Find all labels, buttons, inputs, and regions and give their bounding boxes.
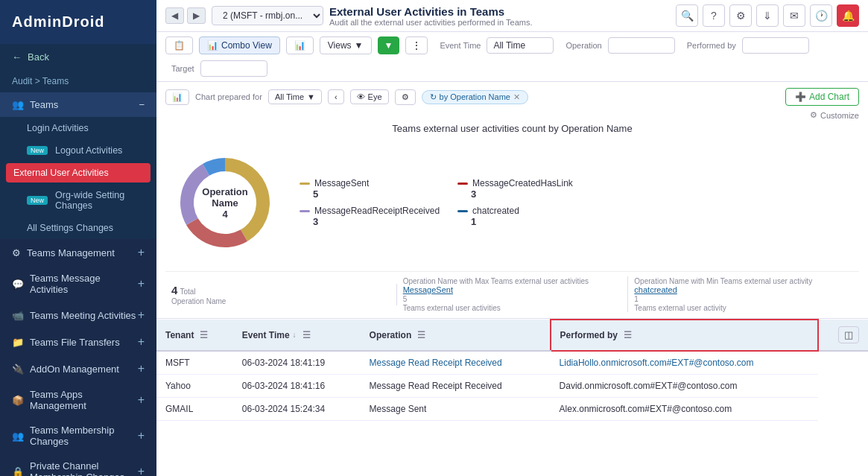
sidebar-item-private[interactable]: 🔒Private Channel Membership Changes+ xyxy=(0,454,156,476)
sub-item-label: External User Activities xyxy=(13,168,109,178)
help-btn[interactable]: ? xyxy=(703,4,725,27)
search-btn[interactable]: 🔍 xyxy=(676,4,698,27)
sort-icon-eventtime[interactable]: ↓ xyxy=(293,331,297,339)
sidebar-sub-item-login[interactable]: Login Activities xyxy=(0,117,156,139)
col-menu-performedby[interactable]: ☰ xyxy=(624,330,632,340)
col-eventtime: Event Time↓☰ xyxy=(233,320,361,351)
views-btn[interactable]: Views ▼ xyxy=(320,37,372,54)
sidebar-sub-item-logout[interactable]: NewLogout Activities xyxy=(0,139,156,162)
legend-name: MessageReadReceiptReceived xyxy=(314,206,440,216)
membership-label: Teams Membership Changes xyxy=(30,425,138,447)
legend-item-MessageSent: MessageSent5 xyxy=(300,178,440,200)
legend-count: 5 xyxy=(300,188,440,200)
logo: AdminDroid xyxy=(0,0,156,44)
table-area: Tenant☰Event Time↓☰Operation☰Performed b… xyxy=(156,319,868,476)
sidebar-sub-item-orgwide[interactable]: NewOrg-wide Setting Changes xyxy=(0,184,156,217)
settings-btn[interactable]: ⚙ xyxy=(729,4,752,27)
operation-select[interactable] xyxy=(608,37,675,54)
add-chart-btn[interactable]: ➕ Add Chart xyxy=(785,88,859,106)
table-view-btn[interactable]: 📋 xyxy=(165,37,193,54)
cell-tenant: MSFT xyxy=(156,351,233,375)
cell-tenant: Yahoo xyxy=(156,375,233,398)
email-btn[interactable]: ✉ xyxy=(783,4,805,27)
footer-max-link[interactable]: MessageSent xyxy=(403,285,453,294)
donut-segment-MessageReadReceiptReceived xyxy=(180,164,209,225)
cell-operation: Message Sent xyxy=(361,398,551,421)
apps-icon: 📦 xyxy=(12,395,24,406)
sidebar-item-apps[interactable]: 📦Teams Apps Management+ xyxy=(0,382,156,418)
target-select[interactable] xyxy=(200,60,267,77)
download-btn[interactable]: ⇓ xyxy=(756,4,779,27)
breadcrumb: Audit > Teams xyxy=(0,70,156,92)
donut-svg xyxy=(165,143,285,262)
chart-legend: MessageSent5MessageCreatedHasLink3Messag… xyxy=(300,178,598,227)
sidebar-sub-item-external[interactable]: External User Activities xyxy=(6,163,151,183)
chart-filter-tag: ↻ by Operation Name ✕ xyxy=(422,90,528,104)
legend-label: MessageCreatedHasLink xyxy=(457,178,598,188)
cell-performedby: Alex.onmicrosoft.com#EXT#@contoso.com xyxy=(551,398,819,421)
chart-prev-btn[interactable]: ‹ xyxy=(328,89,344,104)
sidebar-item-message[interactable]: 💬Teams Message Activities+ xyxy=(0,266,156,302)
back-icon: ← xyxy=(12,51,22,63)
back-label: Back xyxy=(28,51,49,63)
sidebar-item-membership[interactable]: 👥Teams Membership Changes+ xyxy=(0,418,156,454)
file-label: Teams File Transfers xyxy=(30,337,120,348)
eye-btn[interactable]: 👁 Eye xyxy=(350,89,389,104)
eye-settings-btn[interactable]: ⚙ xyxy=(395,89,416,105)
sidebar-item-meeting[interactable]: 📹Teams Meeting Activities+ xyxy=(0,302,156,329)
sidebar-sub-item-allsettings[interactable]: All Settings Changes xyxy=(0,217,156,239)
col-menu-operation[interactable]: ☰ xyxy=(417,330,425,340)
footer-min: Operation Name with Min Teams external u… xyxy=(628,276,859,312)
target-label: Target xyxy=(171,64,194,73)
combo-label: Combo View xyxy=(221,40,272,51)
filter-btn[interactable]: ▼ xyxy=(378,37,400,54)
legend-dot xyxy=(300,183,310,185)
table-config-btn[interactable]: ◫ xyxy=(838,326,859,343)
footer-min-link[interactable]: chatcreated xyxy=(634,285,677,294)
back-button[interactable]: ← Back xyxy=(0,44,156,70)
filter-icon: ▼ xyxy=(384,40,393,51)
col-menu-tenant[interactable]: ☰ xyxy=(200,330,208,340)
col-menu-eventtime[interactable]: ☰ xyxy=(302,330,311,340)
nav-back-btn[interactable]: ◀ xyxy=(165,7,184,24)
chart-bar-btn[interactable]: 📊 xyxy=(165,89,189,105)
page-title-group: External User Activities in Teams Audit … xyxy=(329,5,532,27)
sidebar-item-management[interactable]: ⚙Teams Management+ xyxy=(0,239,156,266)
bell-btn[interactable]: 🔔 xyxy=(837,4,859,27)
chart-spin-icon: ↻ xyxy=(430,92,437,102)
addon-expand-icon: + xyxy=(138,362,145,375)
membership-expand-icon: + xyxy=(138,429,145,442)
email-link[interactable]: LidiaHollo.onmicrosoft.com#EXT#@contoso.… xyxy=(560,358,754,368)
chart-view-btn[interactable]: 📊 xyxy=(286,37,314,54)
addon-label: AddOn Management xyxy=(30,364,119,375)
nav-fwd-btn[interactable]: ▶ xyxy=(187,7,206,24)
cell-eventtime: 06-03-2024 18:41:16 xyxy=(233,375,361,398)
chart-time-btn[interactable]: All Time ▼ xyxy=(268,89,322,104)
performedby-select[interactable] xyxy=(742,37,809,54)
teams-sub-menu: Login ActivitiesNewLogout ActivitiesExte… xyxy=(0,117,156,239)
event-time-select[interactable]: All Time xyxy=(487,37,554,54)
filter-more-btn[interactable]: ⋮ xyxy=(405,37,428,54)
clock-btn[interactable]: 🕐 xyxy=(810,4,832,27)
col-label-tenant: Tenant xyxy=(165,330,194,340)
teams-icon: 👥 xyxy=(12,99,24,110)
sidebar-item-file[interactable]: 📁Teams File Transfers+ xyxy=(0,329,156,355)
sidebar-item-teams[interactable]: 👥 Teams − xyxy=(0,92,156,117)
legend-item-MessageReadReceiptReceived: MessageReadReceiptReceived3 xyxy=(300,206,440,227)
legend-label: MessageSent xyxy=(300,178,440,188)
chart-prepared-value: All Time xyxy=(275,92,304,101)
operation-label: Operation xyxy=(566,41,601,50)
donut-segment-MessageCreatedHasLink xyxy=(186,218,247,247)
sidebar-item-addon[interactable]: 🔌AddOn Management+ xyxy=(0,355,156,382)
views-chevron: ▼ xyxy=(355,40,364,51)
cell-operation: Message Read Receipt Received xyxy=(361,351,551,375)
footer-max: Operation Name with Max Teams external u… xyxy=(397,276,629,312)
combo-view-btn[interactable]: 📊 Combo View xyxy=(199,37,280,54)
cell-operation: Message Read Receipt Received xyxy=(361,375,551,398)
table-head: Tenant☰Event Time↓☰Operation☰Performed b… xyxy=(156,320,868,351)
footer-num: 4 xyxy=(171,284,177,296)
chart-tag-close[interactable]: ✕ xyxy=(513,92,520,102)
tenant-selector[interactable]: 2 (MSFT - rmbj.on... xyxy=(212,6,323,25)
customize-btn[interactable]: ⚙ Customize xyxy=(810,110,859,120)
filter-more-icon: ⋮ xyxy=(412,40,421,51)
